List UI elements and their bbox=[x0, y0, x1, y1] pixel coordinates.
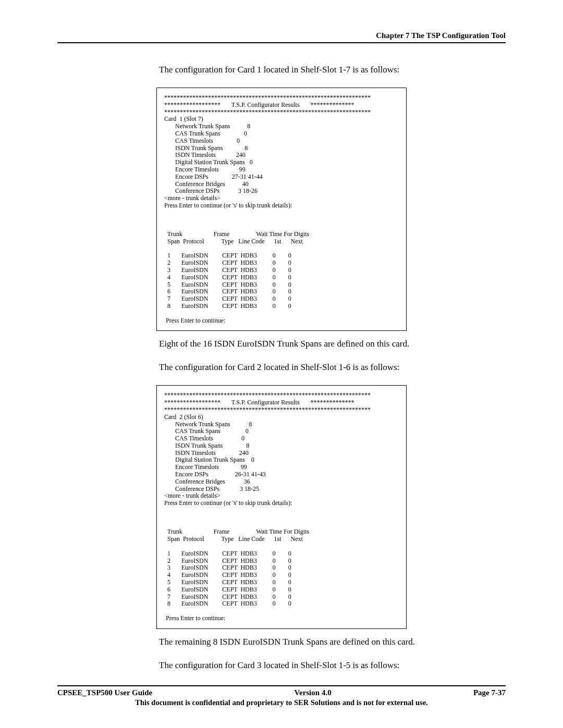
intro-paragraph-1: The configuration for Card 1 located in … bbox=[159, 64, 506, 76]
page-footer: CPSEE_TSP500 User Guide Version 4.0 Page… bbox=[57, 685, 506, 707]
summary-paragraph-2: The remaining 8 ISDN EuroISDN Trunk Span… bbox=[159, 636, 506, 648]
chapter-title: Chapter 7 The TSP Configuration Tool bbox=[376, 31, 506, 40]
terminal-output-card2: ****************************************… bbox=[156, 385, 407, 629]
terminal-output-card1: ****************************************… bbox=[156, 88, 407, 331]
page-header: Chapter 7 The TSP Configuration Tool bbox=[57, 31, 506, 43]
intro-paragraph-2: The configuration for Card 2 located in … bbox=[159, 362, 506, 374]
intro-paragraph-3: The configuration for Card 3 located in … bbox=[159, 660, 506, 672]
summary-paragraph-1: Eight of the 16 ISDN EuroISDN Trunk Span… bbox=[159, 338, 506, 350]
footer-page-number: Page 7-37 bbox=[473, 688, 506, 697]
footer-confidentiality-note: This document is confidential and propri… bbox=[57, 698, 506, 707]
footer-version: Version 4.0 bbox=[295, 688, 332, 697]
footer-doc-title: CPSEE_TSP500 User Guide bbox=[57, 688, 152, 697]
